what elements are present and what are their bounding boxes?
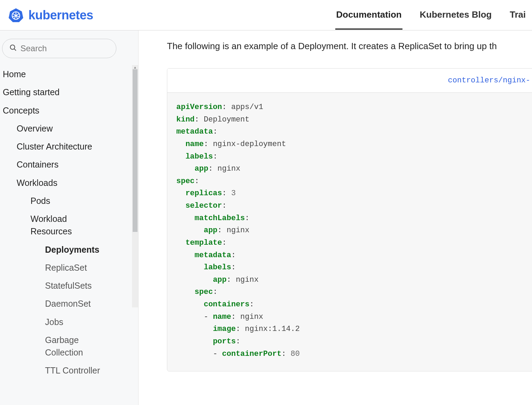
sidebar-item-concepts[interactable]: Concepts — [0, 101, 138, 119]
layout: ▲ Home Getting started Concepts Overview… — [0, 30, 532, 405]
sidebar-item-garbage-collection[interactable]: Garbage Collection — [0, 331, 69, 362]
sidebar-item-getting-started[interactable]: Getting started — [0, 83, 138, 101]
svg-line-11 — [14, 49, 16, 51]
nav-training[interactable]: Trai — [509, 0, 526, 30]
intro-text: The following is an example of a Deploym… — [167, 41, 532, 52]
top-nav: Documentation Kubernetes Blog Trai — [335, 0, 532, 30]
sidebar-item-jobs[interactable]: Jobs — [0, 313, 138, 331]
nav-blog[interactable]: Kubernetes Blog — [419, 0, 493, 30]
code-file-link[interactable]: controllers/nginx- — [448, 76, 530, 85]
brand-name: kubernetes — [28, 8, 93, 22]
sidebar-item-containers[interactable]: Containers — [0, 155, 138, 173]
sidebar-item-overview[interactable]: Overview — [0, 119, 138, 137]
sidebar: ▲ Home Getting started Concepts Overview… — [0, 30, 139, 405]
sidebar-item-pods[interactable]: Pods — [0, 192, 138, 210]
search-input[interactable] — [20, 44, 109, 53]
scroll-up-icon[interactable]: ▲ — [132, 65, 138, 69]
sidebar-item-daemonset[interactable]: DaemonSet — [0, 295, 138, 313]
scrollbar-thumb[interactable] — [133, 69, 138, 232]
main-content: The following is an example of a Deploym… — [139, 30, 532, 405]
header: kubernetes Documentation Kubernetes Blog… — [0, 0, 532, 30]
sidebar-scrollbar[interactable]: ▲ — [132, 65, 138, 307]
code-file-link-wrap: controllers/nginx- — [167, 69, 532, 93]
sidebar-item-workloads[interactable]: Workloads — [0, 174, 138, 192]
sidebar-item-replicaset[interactable]: ReplicaSet — [0, 259, 138, 277]
kubernetes-logo-icon — [8, 8, 24, 23]
search-input-wrap[interactable] — [2, 39, 116, 58]
sidebar-item-ttl-controller[interactable]: TTL Controller — [0, 361, 138, 379]
sidebar-item-statefulsets[interactable]: StatefulSets — [0, 277, 138, 295]
sidebar-item-cluster-architecture[interactable]: Cluster Architecture — [0, 137, 138, 155]
sidebar-item-workload-resources[interactable]: Workload Resources — [0, 210, 73, 241]
sidebar-item-deployments[interactable]: Deployments — [0, 241, 138, 259]
logo[interactable]: kubernetes — [8, 8, 93, 23]
search-icon — [9, 44, 17, 53]
sidebar-tree: ▲ Home Getting started Concepts Overview… — [0, 65, 138, 380]
nav-documentation[interactable]: Documentation — [335, 0, 402, 30]
code-example: controllers/nginx- apiVersion: apps/v1 k… — [167, 68, 532, 371]
sidebar-item-home[interactable]: Home — [0, 65, 138, 83]
code-body: apiVersion: apps/v1 kind: Deployment met… — [167, 93, 532, 371]
svg-point-10 — [10, 45, 15, 50]
